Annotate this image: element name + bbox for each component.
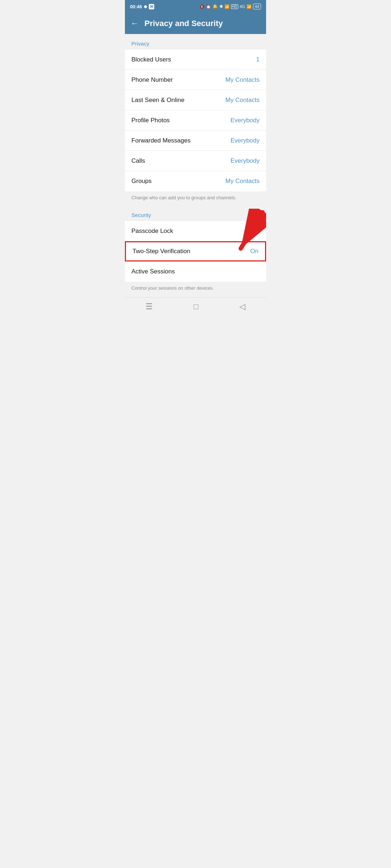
signal-icon: 📶 (247, 4, 252, 9)
passcode-lock-item[interactable]: Passcode Lock (125, 221, 266, 241)
last-seen-label: Last Seen & Online (131, 97, 184, 104)
content-area: Privacy Blocked Users 1 Phone Number My … (125, 34, 266, 296)
two-step-verification-item[interactable]: Two-Step Verification On (125, 241, 266, 261)
profile-photos-value: Everybody (231, 117, 260, 124)
home-icon[interactable]: □ (194, 302, 198, 311)
page-title: Privacy and Security (144, 19, 223, 28)
groups-value: My Contacts (226, 178, 260, 185)
chat-icon: ✉ (149, 4, 154, 9)
last-seen-value: My Contacts (226, 97, 260, 104)
forwarded-messages-label: Forwarded Messages (131, 137, 190, 144)
profile-photos-item[interactable]: Profile Photos Everybody (125, 110, 266, 131)
two-step-verification-value: On (250, 248, 258, 255)
back-nav-icon[interactable]: ◁ (239, 302, 245, 311)
bluetooth-icon: ✱ (219, 4, 223, 9)
network-icon: 4G (240, 4, 245, 9)
status-bar-right: 🔇 ⏰ 🔔 ✱ 📶 HD 4G 📶 44 (199, 4, 261, 9)
forwarded-messages-item[interactable]: Forwarded Messages Everybody (125, 131, 266, 151)
calls-label: Calls (131, 157, 145, 165)
phone-number-label: Phone Number (131, 76, 173, 84)
privacy-section-label: Privacy (125, 34, 266, 50)
blocked-users-value: 1 (256, 56, 260, 63)
groups-item[interactable]: Groups My Contacts (125, 171, 266, 191)
bottom-navigation: ☰ □ ◁ (125, 297, 266, 317)
status-bar-left: 00:46 ◆ ✉ (130, 4, 154, 9)
two-step-container: Two-Step Verification On (125, 241, 266, 261)
active-sessions-label: Active Sessions (131, 268, 175, 275)
calls-item[interactable]: Calls Everybody (125, 151, 266, 171)
groups-label: Groups (131, 178, 152, 185)
hd-badge: HD (231, 4, 238, 9)
forwarded-messages-value: Everybody (231, 137, 260, 144)
back-button[interactable]: ← (131, 19, 139, 28)
security-description: Control your sessions on other devices. (125, 282, 266, 296)
passcode-lock-label: Passcode Lock (131, 227, 173, 235)
time-display: 00:46 (130, 4, 142, 9)
phone-number-value: My Contacts (226, 76, 260, 84)
privacy-description: Change who can add you to groups and cha… (125, 191, 266, 205)
calls-value: Everybody (231, 157, 260, 165)
page-header: ← Privacy and Security (125, 13, 266, 34)
blocked-users-label: Blocked Users (131, 56, 171, 63)
active-sessions-item[interactable]: Active Sessions (125, 261, 266, 282)
security-settings-list: Passcode Lock Two-Step Verification On (125, 221, 266, 282)
two-step-verification-label: Two-Step Verification (133, 248, 190, 255)
location-icon: ◆ (144, 4, 147, 9)
phone-number-item[interactable]: Phone Number My Contacts (125, 70, 266, 90)
wifi-icon: 📶 (224, 4, 230, 9)
alarm-icon: ⏰ (206, 4, 211, 9)
blocked-users-item[interactable]: Blocked Users 1 (125, 50, 266, 70)
security-section-label: Security (125, 205, 266, 221)
menu-icon[interactable]: ☰ (146, 302, 153, 311)
bell-icon: 🔔 (213, 4, 218, 9)
mute-icon: 🔇 (199, 4, 205, 9)
profile-photos-label: Profile Photos (131, 117, 170, 124)
privacy-settings-list: Blocked Users 1 Phone Number My Contacts… (125, 50, 266, 191)
status-bar: 00:46 ◆ ✉ 🔇 ⏰ 🔔 ✱ 📶 HD 4G 📶 44 (125, 0, 266, 13)
battery-icon: 44 (253, 4, 261, 9)
last-seen-item[interactable]: Last Seen & Online My Contacts (125, 90, 266, 110)
